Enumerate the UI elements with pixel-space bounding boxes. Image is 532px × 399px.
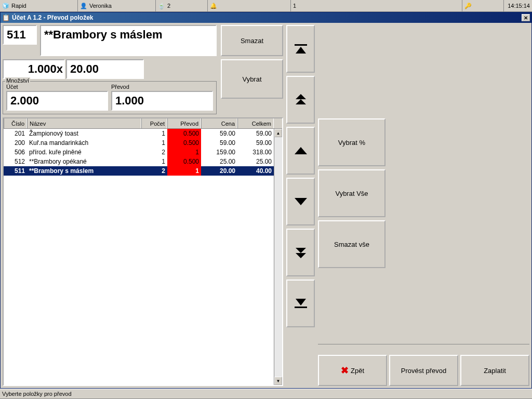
- bell-icon: 🔔: [210, 3, 217, 9]
- topbar-count1-label: 2: [167, 3, 170, 9]
- prevod-value[interactable]: 1.000: [111, 91, 213, 111]
- item-name-box: **Brambory s máslem: [40, 25, 217, 56]
- svg-rect-0: [295, 44, 307, 46]
- topbar-rapid-label: Rapid: [11, 3, 26, 9]
- svg-marker-5: [295, 198, 307, 205]
- table-row[interactable]: 512**Brambory opékané10.50025.0025.00: [4, 157, 282, 166]
- nav-top-button[interactable]: [286, 25, 315, 73]
- topbar-count1[interactable]: 🍵 2: [156, 0, 208, 11]
- provest-prevod-button[interactable]: Provést převod: [389, 355, 458, 386]
- zaplatit-button[interactable]: Zaplatit: [460, 355, 529, 386]
- table-header: Číslo Název Počet Převod Cena Celkem: [4, 118, 282, 129]
- vybrat-button[interactable]: Vybrat: [221, 59, 283, 99]
- col-prevod[interactable]: Převod: [167, 118, 201, 128]
- col-cislo[interactable]: Číslo: [4, 118, 27, 128]
- col-pocet[interactable]: Počet: [141, 118, 167, 128]
- item-qty-box: 1.000x: [3, 59, 65, 79]
- col-nazev[interactable]: Název: [27, 118, 141, 128]
- col-cena[interactable]: Cena: [201, 118, 237, 128]
- keys-icon: 🔑: [464, 3, 472, 9]
- svg-marker-8: [296, 299, 306, 305]
- item-price-box: 20.00: [66, 59, 144, 79]
- topbar-count2-label: 1: [293, 3, 296, 9]
- svg-marker-2: [296, 94, 306, 99]
- transfer-window: 📋 Účet A 1.2 - Převod položek ✕ 511 **Br…: [0, 12, 532, 389]
- items-table[interactable]: Číslo Název Počet Převod Cena Celkem 201…: [3, 117, 283, 386]
- svg-marker-7: [296, 253, 306, 258]
- smazat-button[interactable]: Smazat: [221, 25, 283, 56]
- table-row[interactable]: 201Žampionový toast10.50059.0059.00: [4, 129, 282, 138]
- svg-marker-3: [296, 99, 306, 104]
- ucet-label: Účet: [6, 84, 108, 90]
- topbar-rapid[interactable]: 🧊 Rapid: [0, 0, 78, 11]
- app-icon: 🧊: [2, 3, 9, 9]
- window-title: Účet A 1.2 - Převod položek: [12, 14, 94, 21]
- svg-marker-6: [296, 248, 306, 253]
- nav-buttons: [286, 25, 315, 386]
- svg-rect-9: [295, 307, 307, 308]
- right-panel: Vybrat % Vybrat Vše Smazat vše ✖ Zpět Pr…: [318, 25, 529, 386]
- ucet-value[interactable]: 2.000: [6, 91, 108, 111]
- nav-up-button[interactable]: [286, 127, 315, 175]
- topbar-bell[interactable]: 🔔: [208, 0, 291, 11]
- table-row[interactable]: 200Kuř.na mandarinkách10.50059.0059.00: [4, 138, 282, 148]
- scroll-down-icon[interactable]: ▼: [274, 377, 282, 385]
- bottom-actions: ✖ Zpět Provést převod Zaplatit: [318, 344, 529, 386]
- col-celkem[interactable]: Celkem: [237, 118, 274, 128]
- vybrat-vse-button[interactable]: Vybrat Vše: [318, 169, 385, 217]
- smazat-vse-button[interactable]: Smazat vše: [318, 220, 385, 268]
- nav-page-down-button[interactable]: [286, 229, 315, 276]
- quantity-legend: Množství: [5, 77, 30, 84]
- table-row[interactable]: 511**Brambory s máslem2120.0040.00: [4, 166, 282, 176]
- nav-bottom-button[interactable]: [286, 280, 315, 327]
- table-row[interactable]: 506přírod. kuře plněné21159.00318.00: [4, 148, 282, 157]
- close-button[interactable]: ✕: [522, 14, 530, 21]
- topbar-time-label: 14:15:14: [508, 3, 530, 9]
- zpet-button[interactable]: ✖ Zpět: [318, 355, 387, 386]
- quantity-group: Množství Účet 2.000 Převod 1.000: [3, 81, 217, 114]
- item-code-box: 511: [3, 25, 37, 45]
- window-icon: 📋: [2, 14, 10, 21]
- table-icon: 🍵: [158, 3, 165, 9]
- nav-page-up-button[interactable]: [286, 76, 315, 124]
- topbar-user-label: Veronika: [89, 3, 112, 9]
- nav-down-button[interactable]: [286, 178, 315, 225]
- user-icon: 👤: [80, 3, 87, 9]
- svg-marker-4: [295, 147, 307, 154]
- vybrat-percent-button[interactable]: Vybrat %: [318, 118, 385, 166]
- top-system-bar: 🧊 Rapid 👤 Veronika 🍵 2 🔔 1 🔑 14:15:14: [0, 0, 532, 12]
- table-scrollbar[interactable]: ▲ ▼: [274, 129, 282, 385]
- left-panel: 511 **Brambory s máslem 1.000x 20.00 Mno…: [3, 25, 283, 386]
- svg-marker-1: [296, 47, 306, 54]
- window-titlebar[interactable]: 📋 Účet A 1.2 - Převod položek ✕: [1, 12, 531, 23]
- topbar-keys[interactable]: 🔑: [462, 0, 504, 11]
- topbar-user[interactable]: 👤 Veronika: [78, 0, 156, 11]
- close-icon: ✖: [341, 365, 349, 376]
- status-bar: Vyberte položky pro převod: [0, 389, 532, 399]
- topbar-count2[interactable]: 1: [291, 0, 462, 11]
- prevod-label: Převod: [111, 84, 213, 90]
- topbar-time: 14:15:14: [504, 0, 532, 11]
- status-text: Vyberte položky pro převod: [2, 391, 72, 397]
- scroll-up-icon[interactable]: ▲: [274, 129, 282, 137]
